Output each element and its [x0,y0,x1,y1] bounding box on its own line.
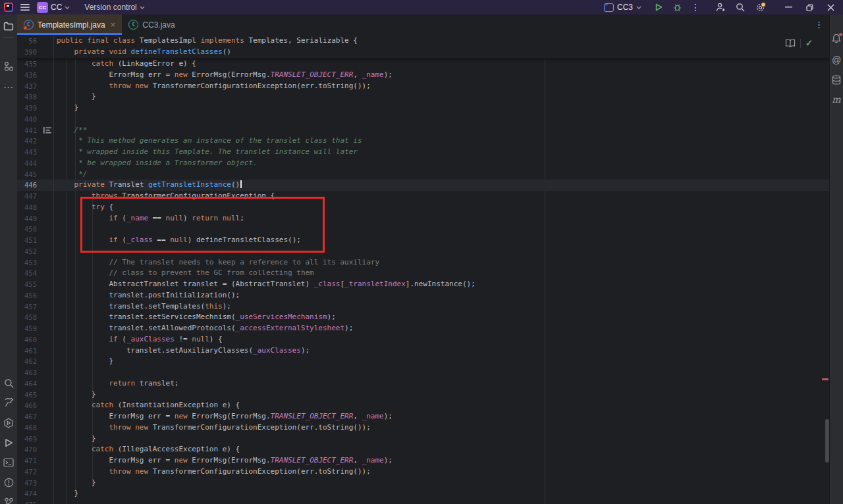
debug-button[interactable] [670,1,684,14]
main-menu-button[interactable] [18,1,32,14]
code-line[interactable]: 435 catch (LinkageError e) { [17,59,830,70]
close-window-button[interactable] [821,0,840,14]
code-line[interactable]: 474 } [17,488,830,499]
gutter[interactable]: 472 [17,466,54,478]
code-line[interactable]: 475 [17,499,830,504]
maven-button[interactable]: m [830,95,843,104]
line-number[interactable]: 474 [17,488,37,499]
tab-templatesimpl-java[interactable]: C TemplatesImpl.java × [17,14,122,35]
line-number[interactable]: 454 [17,268,37,279]
doc-render-toggle-icon[interactable] [37,125,53,136]
gutter[interactable]: 469 [17,434,54,445]
gutter[interactable]: 455 [17,279,54,290]
gutter[interactable]: 470 [17,444,54,455]
code-line[interactable]: 445 */ [17,169,830,180]
close-tab-icon[interactable]: × [111,20,116,30]
gutter[interactable]: 447 [17,191,54,202]
line-number[interactable]: 437 [17,81,37,92]
code-line[interactable]: 440 [17,114,830,125]
code-line[interactable]: 441 /** [17,125,830,136]
terminal-tool-button[interactable] [0,458,17,467]
line-number[interactable]: 449 [17,213,37,224]
line-number[interactable]: 467 [17,411,37,422]
line-number[interactable]: 460 [17,334,37,345]
build-tool-button[interactable] [0,397,17,407]
find-tool-button[interactable] [0,378,17,388]
gutter[interactable]: 56 [17,36,54,47]
gutter[interactable]: 473 [17,478,54,489]
line-number[interactable]: 390 [17,47,37,58]
gutter[interactable]: 453 [17,257,54,268]
line-number[interactable]: 56 [17,36,37,47]
code-line[interactable]: 443 * wrapped inside this Template. The … [17,147,830,158]
inspections-ok-icon[interactable]: ✓ [805,38,813,48]
line-number[interactable]: 457 [17,301,37,313]
gutter[interactable]: 444 [17,158,54,169]
database-button[interactable] [830,75,843,85]
line-number[interactable]: 447 [17,191,37,202]
line-number[interactable]: 464 [17,378,37,390]
line-number[interactable]: 459 [17,323,37,334]
line-number[interactable]: 471 [17,455,37,466]
line-number[interactable]: 458 [17,312,37,323]
gutter[interactable]: 445 [17,169,54,180]
line-number[interactable]: 442 [17,136,37,147]
gutter[interactable]: 441 [17,125,54,136]
gutter[interactable]: 471 [17,455,54,466]
gutter[interactable]: 474 [17,488,54,499]
vcs-widget[interactable]: Version control [84,3,144,12]
gutter[interactable]: 439 [17,103,54,114]
code-line[interactable]: 442 * This method generates an instance … [17,136,830,147]
gutter[interactable]: 390 [17,47,54,58]
gutter[interactable]: 465 [17,390,54,401]
more-tool-windows-button[interactable]: ⋯ [0,82,17,92]
gutter[interactable]: 454 [17,268,54,279]
gutter[interactable]: 438 [17,91,54,103]
code-line[interactable]: 468 throw new TransformerConfigurationEx… [17,422,830,434]
gutter[interactable]: 450 [17,224,54,235]
line-number[interactable]: 436 [17,70,37,81]
line-number[interactable]: 450 [17,224,37,235]
scrollbar-error-mark[interactable] [822,378,829,380]
search-everywhere-button[interactable] [734,1,747,14]
services-tool-button[interactable] [0,418,17,428]
line-number[interactable]: 453 [17,257,37,268]
gutter[interactable]: 442 [17,136,54,147]
line-number[interactable]: 466 [17,400,37,411]
gutter[interactable]: 475 [17,499,54,504]
run-button[interactable] [652,1,665,14]
code-line[interactable]: 454 // class to prevent the GC from coll… [17,268,830,279]
ai-assistant-button[interactable]: @ [830,55,843,64]
gutter[interactable]: 464 [17,378,54,390]
gutter[interactable]: 448 [17,202,54,213]
line-number[interactable]: 455 [17,279,37,290]
code-line[interactable]: 456 translet.postInitialization(); [17,290,830,301]
gutter[interactable]: 467 [17,411,54,422]
line-number[interactable]: 435 [17,59,37,70]
gutter[interactable]: 458 [17,312,54,323]
gutter[interactable]: 456 [17,290,54,301]
line-number[interactable]: 441 [17,125,37,136]
code-line[interactable]: 472 throw new TransformerConfigurationEx… [17,466,830,478]
code-line[interactable]: 459 translet.setAllowedProtocols(_access… [17,323,830,334]
code-line[interactable]: 469 } [17,434,830,445]
line-number[interactable]: 443 [17,147,37,158]
gutter[interactable]: 457 [17,301,54,313]
reader-mode-book-icon[interactable] [785,39,796,47]
code-line[interactable]: 439 } [17,103,830,114]
line-number[interactable]: 462 [17,356,37,367]
gutter[interactable]: 436 [17,70,54,81]
code-line[interactable]: 458 translet.setServicesMechnism(_useSer… [17,312,830,323]
line-number[interactable]: 468 [17,422,37,434]
code-line[interactable]: 463 [17,367,830,378]
code-line[interactable]: 471 ErrorMsg err = new ErrorMsg(ErrorMsg… [17,455,830,466]
line-number[interactable]: 439 [17,103,37,114]
line-number[interactable]: 456 [17,290,37,301]
code-line[interactable]: 446 private Translet getTransletInstance… [17,180,830,191]
gutter[interactable]: 461 [17,345,54,357]
tab-cc3-java[interactable]: C CC3.java [122,14,181,35]
sticky-code-line[interactable]: 56public final class TemplatesImpl imple… [17,36,830,47]
gutter[interactable]: 459 [17,323,54,334]
code-line[interactable]: 470 catch (IllegalAccessException e) { [17,444,830,455]
code-line[interactable]: 457 translet.setTemplates(this); [17,301,830,313]
